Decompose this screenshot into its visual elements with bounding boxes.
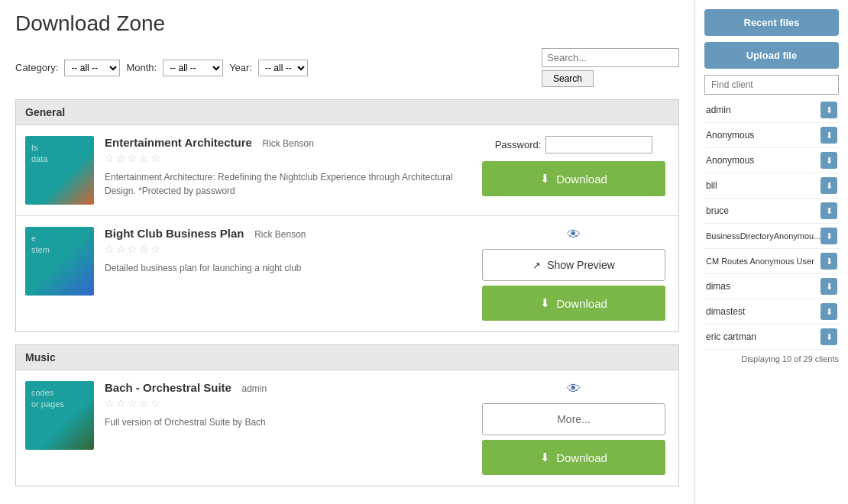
eye-icon: 👁	[567, 227, 581, 243]
download-icon: ⬇	[540, 451, 550, 464]
star-1[interactable]: ☆	[105, 152, 115, 164]
password-input[interactable]	[545, 136, 652, 153]
client-item: Anonymous ⬇	[704, 123, 839, 148]
client-item: eric cartman ⬇	[704, 325, 839, 350]
client-name: CM Routes Anonymous User	[706, 257, 820, 266]
client-item: bill ⬇	[704, 173, 839, 199]
download-label: Download	[556, 297, 607, 310]
preview-label: Show Preview	[547, 259, 615, 271]
client-name: dimastest	[706, 306, 820, 317]
client-item: BusinessDirectoryAnonymou... ⬇	[704, 224, 839, 249]
client-download-button[interactable]: ⬇	[820, 202, 837, 219]
client-item: dimastest ⬇	[704, 299, 839, 325]
client-download-button[interactable]: ⬇	[820, 328, 837, 345]
item-author: Rick Benson	[262, 138, 313, 149]
star-5[interactable]: ☆	[151, 152, 160, 164]
thumb-text: codesor pages	[25, 381, 94, 417]
year-label: Year:	[229, 62, 252, 73]
section-music: Music codesor pages Bach - Orchestral Su…	[15, 344, 679, 486]
section-header-general: General	[15, 99, 679, 124]
search-area: Search	[542, 48, 679, 87]
preview-icon: ↗	[532, 260, 541, 271]
client-name: dimas	[706, 281, 820, 292]
eye-icon: 👁	[567, 381, 581, 397]
section-header-music: Music	[15, 344, 679, 370]
star-2[interactable]: ☆	[116, 152, 126, 164]
items-container-general: tsdata Entertainment Architecture Rick B…	[15, 124, 679, 332]
item-actions: 👁 More... ⬇ Download	[478, 381, 669, 475]
client-item: admin ⬇	[704, 98, 839, 123]
client-download-button[interactable]: ⬇	[820, 228, 837, 244]
recent-files-button[interactable]: Recent files	[704, 9, 839, 36]
client-download-button[interactable]: ⬇	[820, 152, 837, 169]
preview-button[interactable]: ↗ Show Preview	[482, 249, 665, 281]
client-download-button[interactable]: ⬇	[820, 127, 837, 144]
download-button[interactable]: ⬇ Download	[482, 286, 665, 321]
download-label: Download	[556, 451, 607, 464]
download-button[interactable]: ⬇ Download	[482, 161, 665, 196]
download-button[interactable]: ⬇ Download	[482, 440, 665, 475]
item-author: admin	[242, 383, 267, 394]
filter-row: Category: -- all -- General Music Video …	[15, 48, 679, 87]
item-stars: ☆ ☆ ☆ ☆ ☆	[105, 243, 468, 255]
client-item: bruce ⬇	[704, 199, 839, 224]
star-4[interactable]: ☆	[139, 243, 149, 255]
more-label: More...	[557, 413, 591, 425]
list-item: codesor pages Bach - Orchestral Suite ad…	[16, 370, 678, 486]
displaying-text: Displaying 10 of 29 clients	[704, 354, 839, 363]
client-download-button[interactable]: ⬇	[820, 278, 837, 295]
item-thumbnail: codesor pages	[25, 381, 94, 450]
star-3[interactable]: ☆	[128, 243, 138, 255]
search-input[interactable]	[542, 48, 679, 67]
item-author: Rick Benson	[254, 229, 306, 240]
item-description: Entertainment Architecture: Redefining t…	[105, 170, 468, 198]
star-5[interactable]: ☆	[151, 243, 160, 255]
client-download-button[interactable]: ⬇	[820, 102, 837, 118]
star-4[interactable]: ☆	[139, 397, 149, 409]
category-label: Category:	[15, 62, 58, 73]
download-icon: ⬇	[540, 296, 550, 310]
star-1[interactable]: ☆	[105, 243, 115, 255]
thumb-text: tsdata	[25, 136, 94, 172]
item-title: Bight Club Business Plan	[105, 227, 244, 240]
more-button[interactable]: More...	[482, 403, 665, 435]
client-name: bill	[706, 180, 820, 191]
download-label: Download	[556, 173, 607, 186]
category-select[interactable]: -- all -- General Music Video	[64, 60, 120, 76]
password-row: Password:	[495, 136, 653, 153]
item-thumbnail: estem	[25, 227, 94, 296]
page-title: Download Zone	[15, 11, 679, 36]
download-icon: ⬇	[540, 172, 550, 186]
client-download-button[interactable]: ⬇	[820, 177, 837, 194]
item-title: Entertainment Architecture	[105, 136, 252, 149]
thumb-text: estem	[25, 227, 94, 263]
star-3[interactable]: ☆	[128, 152, 138, 164]
search-button[interactable]: Search	[542, 70, 594, 87]
list-item: estem Bight Club Business Plan Rick Bens…	[16, 216, 678, 331]
client-name: Anonymous	[706, 130, 820, 141]
item-thumbnail: tsdata	[25, 136, 94, 205]
find-client-input[interactable]	[704, 75, 839, 95]
client-item: CM Routes Anonymous User ⬇	[704, 249, 839, 274]
star-1[interactable]: ☆	[105, 397, 115, 409]
client-name: BusinessDirectoryAnonymou...	[706, 231, 820, 241]
item-info: Entertainment Architecture Rick Benson ☆…	[105, 136, 468, 198]
upload-file-button[interactable]: Upload file	[704, 42, 839, 69]
client-download-button[interactable]: ⬇	[820, 253, 837, 270]
item-title: Bach - Orchestral Suite	[105, 381, 231, 394]
year-select[interactable]: -- all -- 2023 2022 2021	[258, 60, 308, 76]
client-item: dimas ⬇	[704, 274, 839, 299]
item-stars: ☆ ☆ ☆ ☆ ☆	[105, 152, 468, 164]
client-item: Anonymous ⬇	[704, 148, 839, 173]
star-3[interactable]: ☆	[128, 397, 138, 409]
star-5[interactable]: ☆	[151, 397, 160, 409]
month-select[interactable]: -- all -- January February March	[163, 60, 223, 76]
client-name: bruce	[706, 205, 820, 216]
item-description: Detailed business plan for launching a n…	[105, 261, 468, 275]
star-2[interactable]: ☆	[116, 397, 126, 409]
client-name: eric cartman	[706, 331, 820, 342]
client-list: admin ⬇ Anonymous ⬇ Anonymous ⬇ bill ⬇ b…	[704, 98, 839, 350]
star-2[interactable]: ☆	[116, 243, 126, 255]
client-download-button[interactable]: ⬇	[820, 303, 837, 320]
star-4[interactable]: ☆	[139, 152, 149, 164]
